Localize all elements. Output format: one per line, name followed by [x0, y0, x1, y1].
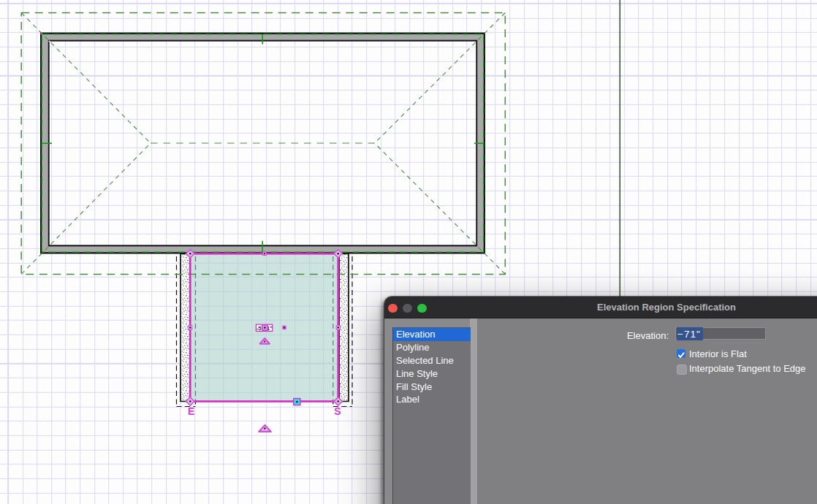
svg-text:S: S [334, 405, 341, 417]
svg-text:E: E [188, 405, 194, 417]
